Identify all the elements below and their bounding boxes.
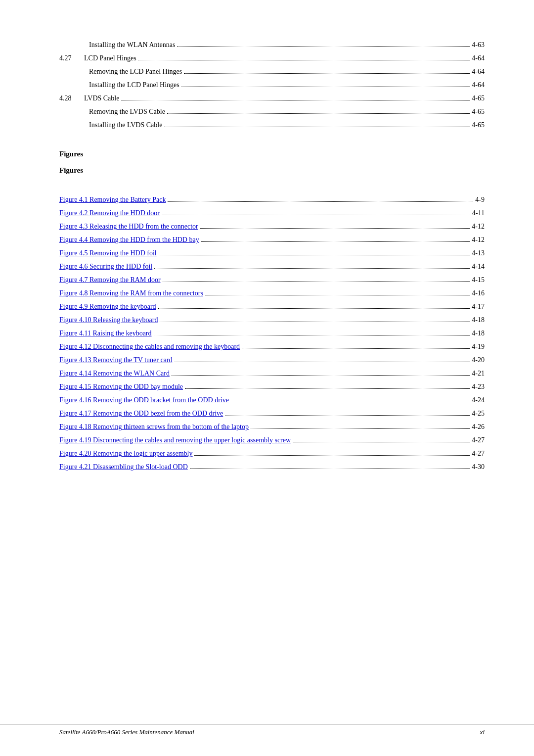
figure-list-item: Figure 4.1 Removing the Battery Pack4-9	[59, 194, 485, 205]
figure-dots	[251, 428, 470, 429]
figure-list-item: Figure 4.15 Removing the ODD bay module4…	[59, 381, 485, 392]
figure-link[interactable]: Figure 4.7 Removing the RAM door	[59, 275, 161, 285]
figure-page: 4-15	[472, 275, 485, 285]
figure-link[interactable]: Figure 4.4 Removing the HDD from the HDD…	[59, 235, 199, 245]
toc-entry-lvds-remove: Removing the LVDS Cable 4-65	[59, 106, 485, 117]
figure-list-item: Figure 4.6 Securing the HDD foil4-14	[59, 261, 485, 272]
figure-page: 4-13	[472, 248, 485, 258]
figure-list-item: Figure 4.8 Removing the RAM from the con…	[59, 288, 485, 298]
figure-list-item: Figure 4.12 Disconnecting the cables and…	[59, 341, 485, 352]
figure-page: 4-21	[472, 368, 485, 378]
figure-list-item: Figure 4.10 Releasing the keyboard4-18	[59, 315, 485, 325]
figure-link[interactable]: Figure 4.19 Disconnecting the cables and…	[59, 435, 291, 445]
figure-dots	[190, 469, 470, 469]
figure-page: 4-24	[472, 395, 485, 405]
figure-link[interactable]: Figure 4.16 Removing the ODD bracket fro…	[59, 395, 229, 405]
figure-list-item: Figure 4.9 Removing the keyboard4-17	[59, 301, 485, 312]
figure-link[interactable]: Figure 4.20 Removing the logic upper ass…	[59, 448, 192, 459]
figure-dots	[201, 241, 470, 242]
toc-page: 4-64	[472, 80, 485, 90]
figure-list-item: Figure 4.14 Removing the WLAN Card4-21	[59, 368, 485, 378]
figure-link[interactable]: Figure 4.18 Removing thirteen screws fro…	[59, 422, 249, 432]
figure-dots	[158, 308, 470, 309]
figures-heading-2: Figures	[59, 166, 485, 175]
toc-label: Removing the LCD Panel Hinges	[89, 66, 182, 77]
toc-page: 4-65	[472, 93, 485, 103]
figure-page: 4-14	[472, 261, 485, 272]
figure-link[interactable]: Figure 4.13 Removing the TV tuner card	[59, 355, 173, 365]
toc-label: LCD Panel Hinges	[84, 53, 136, 63]
figure-dots	[293, 442, 470, 442]
figure-list-item: Figure 4.11 Raising the keyboard4-18	[59, 328, 485, 338]
toc-dots	[181, 87, 470, 87]
figure-list-item: Figure 4.19 Disconnecting the cables and…	[59, 435, 485, 445]
figure-link[interactable]: Figure 4.1 Removing the Battery Pack	[59, 194, 166, 205]
toc-label: Removing the LVDS Cable	[89, 106, 165, 117]
figure-page: 4-20	[472, 355, 485, 365]
figure-page: 4-23	[472, 381, 485, 392]
figure-list-item: Figure 4.7 Removing the RAM door4-15	[59, 275, 485, 285]
footer-title: Satellite A660/ProA660 Series Maintenanc…	[59, 728, 194, 736]
toc-page: 4-64	[472, 66, 485, 77]
toc-label: LVDS Cable	[84, 93, 119, 103]
figure-list-item: Figure 4.20 Removing the logic upper ass…	[59, 448, 485, 459]
figure-page: 4-11	[472, 208, 485, 218]
figure-link[interactable]: Figure 4.11 Raising the keyboard	[59, 328, 152, 338]
toc-number: 4.27	[59, 53, 84, 63]
toc-label-wrap: Removing the LCD Panel Hinges 4-64	[89, 66, 485, 77]
toc-label-wrap: Installing the LCD Panel Hinges 4-64	[89, 80, 485, 90]
toc-label-wrap: Removing the LVDS Cable 4-65	[89, 106, 485, 117]
toc-label: Installing the WLAN Antennas	[89, 40, 175, 50]
figure-dots	[242, 348, 470, 349]
figure-link[interactable]: Figure 4.2 Removing the HDD door	[59, 208, 160, 218]
figure-link[interactable]: Figure 4.6 Securing the HDD foil	[59, 261, 152, 272]
figure-link[interactable]: Figure 4.10 Releasing the keyboard	[59, 315, 158, 325]
figure-dots	[200, 228, 470, 229]
figure-page: 4-16	[472, 288, 485, 298]
toc-label-wrap: LCD Panel Hinges 4-64	[84, 53, 485, 63]
figure-link[interactable]: Figure 4.14 Removing the WLAN Card	[59, 368, 170, 378]
figure-dots	[159, 255, 470, 255]
figure-page: 4-30	[472, 462, 485, 472]
toc-page: 4-65	[472, 120, 485, 130]
figure-page: 4-27	[472, 448, 485, 459]
figure-link[interactable]: Figure 4.15 Removing the ODD bay module	[59, 381, 183, 392]
figure-link[interactable]: Figure 4.3 Releasing the HDD from the co…	[59, 221, 198, 232]
figure-link[interactable]: Figure 4.8 Removing the RAM from the con…	[59, 288, 203, 298]
figure-link[interactable]: Figure 4.21 Disassembling the Slot-load …	[59, 462, 188, 472]
toc-dots	[121, 100, 470, 100]
figure-list-item: Figure 4.16 Removing the ODD bracket fro…	[59, 395, 485, 405]
figure-link[interactable]: Figure 4.9 Removing the keyboard	[59, 301, 156, 312]
figure-page: 4-18	[472, 315, 485, 325]
footer-page: xi	[480, 728, 485, 736]
toc-entry-lcd-remove: Removing the LCD Panel Hinges 4-64	[59, 66, 485, 77]
figure-dots	[162, 215, 470, 215]
figure-link[interactable]: Figure 4.17 Removing the ODD bezel from …	[59, 408, 223, 419]
figure-dots	[168, 201, 473, 202]
toc-entry-lvds-install: Installing the LVDS Cable 4-65	[59, 120, 485, 130]
figure-page: 4-9	[475, 194, 485, 205]
figure-dots	[194, 455, 470, 456]
figure-page: 4-17	[472, 301, 485, 312]
toc-dots	[138, 60, 470, 60]
figure-list-item: Figure 4.3 Releasing the HDD from the co…	[59, 221, 485, 232]
toc-entry-wlan-install: Installing the WLAN Antennas 4-63	[59, 40, 485, 50]
figure-dots	[154, 335, 470, 335]
toc-page: 4-65	[472, 106, 485, 117]
figure-list-item: Figure 4.5 Removing the HDD foil4-13	[59, 248, 485, 258]
figure-link[interactable]: Figure 4.12 Disconnecting the cables and…	[59, 341, 240, 352]
figure-dots	[225, 415, 470, 416]
toc-dots	[184, 73, 470, 74]
figure-dots	[175, 362, 470, 362]
figure-link[interactable]: Figure 4.5 Removing the HDD foil	[59, 248, 157, 258]
figure-page: 4-26	[472, 422, 485, 432]
toc-dots	[167, 113, 470, 114]
toc-dots	[177, 47, 470, 47]
figure-dots	[172, 375, 470, 376]
figure-list-item: Figure 4.13 Removing the TV tuner card4-…	[59, 355, 485, 365]
toc-label-wrap: LVDS Cable 4-65	[84, 93, 485, 103]
figure-list-item: Figure 4.17 Removing the ODD bezel from …	[59, 408, 485, 419]
figures-section: Figure 4.1 Removing the Battery Pack4-9F…	[59, 194, 485, 472]
toc-entry-428: 4.28 LVDS Cable 4-65	[59, 93, 485, 103]
toc-page: 4-63	[472, 40, 485, 50]
